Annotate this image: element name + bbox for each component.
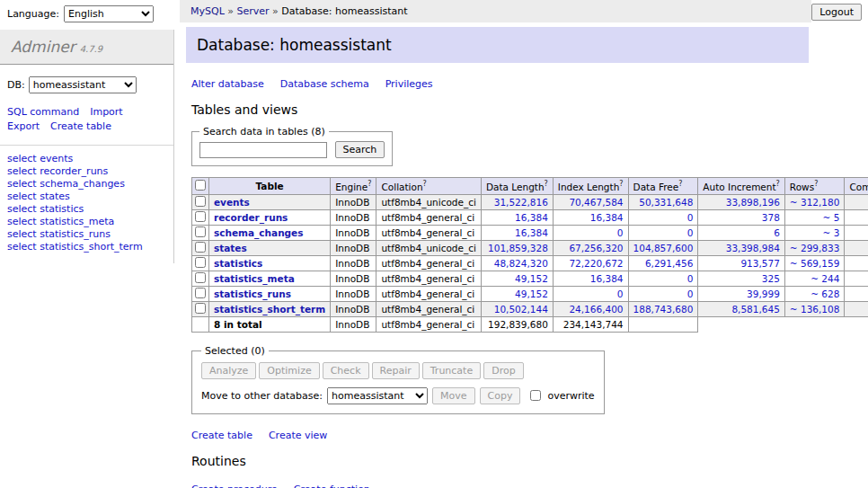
select-all-checkbox[interactable] [195, 180, 206, 191]
analyze-button[interactable]: Analyze [201, 362, 256, 379]
db-link-alter-database[interactable]: Alter database [191, 78, 264, 90]
auto-increment-link[interactable]: 33,398,984 [726, 243, 780, 253]
data-length-link[interactable]: 31,522,816 [494, 197, 548, 208]
row-checkbox[interactable] [195, 303, 206, 314]
move-db-select[interactable]: homeassistant [327, 387, 428, 404]
auto-increment-link[interactable]: 378 [762, 212, 780, 223]
search-button[interactable]: Search [335, 141, 385, 158]
rows-count-link[interactable]: ~ 569,159 [790, 258, 840, 269]
optimize-button[interactable]: Optimize [259, 362, 319, 379]
truncate-button[interactable]: Truncate [422, 362, 481, 379]
auto-increment-link[interactable]: 33,898,196 [726, 197, 780, 208]
data-length-link[interactable]: 101,859,328 [488, 243, 548, 253]
index-length-link[interactable]: 67,256,320 [569, 243, 623, 253]
data-free-link[interactable]: 0 [687, 288, 694, 299]
breadcrumb-item-mysql[interactable]: MySQL [190, 5, 225, 17]
help-link[interactable]: ? [776, 180, 780, 188]
auto-increment-link[interactable]: 39,999 [747, 288, 780, 299]
table-name-link[interactable]: states [214, 243, 247, 253]
db-select[interactable]: homeassistant [29, 76, 137, 93]
row-checkbox[interactable] [195, 196, 206, 207]
data-length-link[interactable]: 16,384 [515, 212, 548, 223]
auto-increment-link[interactable]: 913,577 [740, 258, 779, 269]
auto-increment-link[interactable]: 8,581,645 [731, 304, 779, 315]
data-length-link[interactable]: 10,502,144 [494, 304, 548, 315]
logout-button[interactable]: Logout [811, 4, 862, 21]
menu-action-sql-command[interactable]: SQL command [7, 106, 79, 118]
search-input[interactable] [199, 142, 327, 158]
menu-table-select-statistics-short-term[interactable]: select statistics_short_term [7, 242, 166, 253]
menu-table-select-events[interactable]: select events [7, 154, 166, 165]
db-link-privileges[interactable]: Privileges [385, 78, 433, 90]
table-name-link[interactable]: events [214, 197, 250, 208]
auto-increment-link[interactable]: 6 [774, 227, 780, 238]
create-link-create-view[interactable]: Create view [269, 430, 327, 441]
table-name-link[interactable]: recorder_runs [214, 212, 288, 223]
index-length-link[interactable]: 24,166,400 [569, 304, 623, 315]
breadcrumb-item-server[interactable]: Server [237, 5, 270, 17]
menu-table-select-recorder-runs[interactable]: select recorder_runs [7, 166, 166, 178]
rows-count-link[interactable]: ~ 628 [810, 288, 839, 299]
check-button[interactable]: Check [323, 362, 369, 379]
data-free-link[interactable]: 50,331,648 [639, 197, 693, 208]
move-button[interactable]: Move [432, 387, 475, 404]
routine-link-create-function[interactable]: Create function [294, 484, 370, 488]
index-length-link[interactable]: 0 [617, 227, 624, 238]
data-length-link[interactable]: 49,152 [515, 273, 548, 284]
repair-button[interactable]: Repair [372, 362, 420, 379]
rows-count-link[interactable]: ~ 244 [810, 273, 839, 284]
overwrite-checkbox[interactable] [530, 390, 541, 401]
index-length-link[interactable]: 72,220,672 [569, 258, 623, 269]
data-free-link[interactable]: 188,743,680 [633, 304, 694, 315]
row-checkbox[interactable] [195, 272, 206, 283]
table-name-link[interactable]: statistics_runs [214, 288, 291, 299]
menu-table-select-statistics[interactable]: select statistics [7, 204, 166, 216]
rows-count-link[interactable]: ~ 299,833 [790, 243, 840, 253]
menu-action-import[interactable]: Import [90, 106, 123, 118]
table-name-link[interactable]: schema_changes [214, 227, 304, 238]
data-length-link[interactable]: 49,152 [515, 288, 548, 299]
menu-action-export[interactable]: Export [7, 120, 40, 132]
help-link[interactable]: ? [619, 180, 623, 188]
db-link-database-schema[interactable]: Database schema [280, 78, 369, 90]
help-link[interactable]: ? [423, 180, 427, 188]
menu-table-select-schema-changes[interactable]: select schema_changes [7, 179, 166, 191]
help-link[interactable]: ? [545, 180, 548, 188]
row-checkbox[interactable] [195, 288, 206, 298]
menu-table-select-statistics-meta[interactable]: select statistics_meta [7, 217, 166, 228]
data-free-link[interactable]: 0 [687, 273, 694, 284]
table-name-link[interactable]: statistics_meta [214, 273, 295, 284]
auto-increment-link[interactable]: 325 [762, 273, 780, 284]
index-length-link[interactable]: 0 [617, 288, 624, 299]
row-checkbox[interactable] [195, 242, 206, 253]
table-name-link[interactable]: statistics [214, 258, 262, 269]
data-free-link[interactable]: 104,857,600 [633, 243, 694, 253]
rows-count-link[interactable]: ~ 3 [823, 227, 840, 238]
menu-action-create-table[interactable]: Create table [50, 120, 111, 132]
language-select[interactable]: English [64, 5, 154, 22]
create-link-create-table[interactable]: Create table [191, 430, 252, 441]
routine-link-create-procedure[interactable]: Create procedure [191, 484, 278, 488]
copy-button[interactable]: Copy [480, 387, 521, 404]
data-free-link[interactable]: 0 [687, 212, 694, 223]
data-free-link[interactable]: 6,291,456 [645, 258, 693, 269]
data-free-link[interactable]: 0 [687, 227, 694, 238]
help-link[interactable]: ? [368, 180, 371, 188]
index-length-link[interactable]: 70,467,584 [569, 197, 623, 208]
menu-table-select-statistics-runs[interactable]: select statistics_runs [7, 229, 166, 241]
rows-count-link[interactable]: ~ 5 [823, 212, 840, 223]
data-length-link[interactable]: 48,824,320 [494, 258, 548, 269]
data-length-link[interactable]: 16,384 [515, 227, 548, 238]
rows-count-link[interactable]: ~ 136,108 [790, 304, 840, 315]
rows-count-link[interactable]: ~ 312,180 [790, 197, 840, 208]
row-checkbox[interactable] [195, 226, 206, 237]
row-checkbox[interactable] [195, 257, 206, 268]
help-link[interactable]: ? [678, 180, 682, 188]
help-link[interactable]: ? [814, 180, 818, 188]
row-checkbox[interactable] [195, 211, 206, 222]
overwrite-label[interactable]: overwrite [547, 390, 594, 402]
index-length-link[interactable]: 16,384 [590, 212, 624, 223]
drop-button[interactable]: Drop [483, 362, 523, 379]
menu-table-select-states[interactable]: select states [7, 191, 166, 203]
table-name-link[interactable]: statistics_short_term [214, 304, 325, 315]
